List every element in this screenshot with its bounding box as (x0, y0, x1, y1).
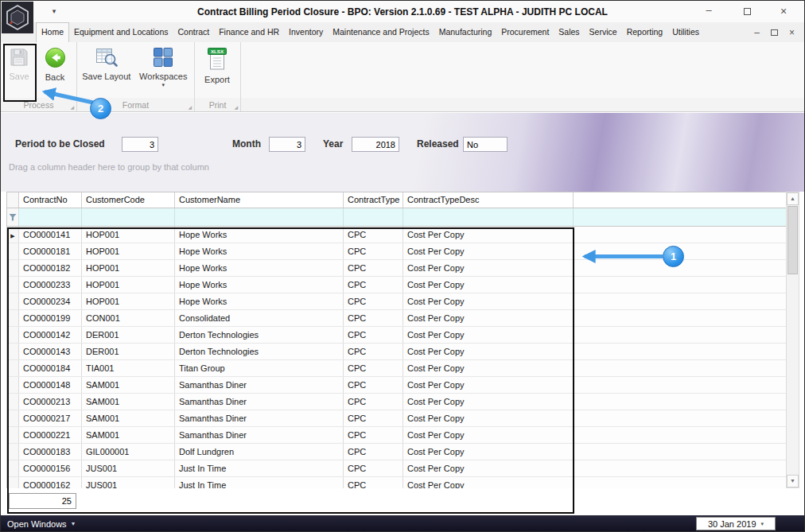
table-row[interactable]: CO0000181HOP001Hope WorksCPCCost Per Cop… (7, 243, 786, 260)
cell-contractno[interactable]: CO0000143 (19, 344, 82, 359)
column-header-customercode[interactable]: CustomerCode (82, 192, 175, 208)
cell-contractno[interactable]: CO0000182 (19, 260, 82, 276)
save-button[interactable]: Save (2, 44, 36, 96)
cell-customercode[interactable]: HOP001 (82, 277, 175, 293)
open-windows-dropdown[interactable]: Open Windows ▼ (1, 519, 76, 529)
table-row[interactable]: ▶ CO0000141HOP001Hope WorksCPCCost Per C… (7, 227, 786, 243)
column-header-contractno[interactable]: ContractNo (19, 192, 82, 208)
cell-contracttypedesc[interactable]: Cost Per Copy (403, 377, 574, 393)
cell-contracttypedesc[interactable]: Cost Per Copy (403, 444, 574, 460)
cell-customername[interactable]: Just In Time (175, 477, 344, 488)
cell-customername[interactable]: Samanthas Diner (175, 394, 344, 410)
cell-customercode[interactable]: SAM001 (82, 377, 175, 393)
filter-cell-customername[interactable] (175, 208, 344, 226)
cell-contracttype[interactable]: CPC (344, 394, 403, 410)
cell-customercode[interactable]: CON001 (82, 310, 175, 326)
cell-contractno[interactable]: CO0000162 (19, 477, 82, 488)
cell-contracttype[interactable]: CPC (344, 260, 403, 276)
tab-sales[interactable]: Sales (554, 22, 584, 42)
filter-cell-contractno[interactable] (19, 208, 82, 226)
cell-customercode[interactable]: SAM001 (82, 427, 175, 443)
cell-customercode[interactable]: HOP001 (82, 227, 175, 243)
cell-customercode[interactable]: GIL000001 (82, 444, 175, 460)
cell-customername[interactable]: Titan Group (175, 360, 344, 376)
table-row[interactable]: CO0000148SAM001Samanthas DinerCPCCost Pe… (7, 377, 786, 394)
cell-contracttype[interactable]: CPC (344, 344, 403, 359)
tab-inventory[interactable]: Inventory (284, 22, 328, 42)
cell-contractno[interactable]: CO0000142 (19, 327, 82, 343)
cell-customercode[interactable]: JUS001 (82, 477, 175, 488)
filter-cell-contracttypedesc[interactable] (403, 208, 574, 226)
table-row[interactable]: CO0000184TIA001Titan GroupCPCCost Per Co… (7, 360, 786, 377)
cell-contracttypedesc[interactable]: Cost Per Copy (403, 410, 574, 426)
table-row[interactable]: CO0000221SAM001Samanthas DinerCPCCost Pe… (7, 427, 786, 444)
mdi-restore-button[interactable] (771, 27, 778, 38)
cell-contractno[interactable]: CO0000233 (19, 277, 82, 293)
tab-equipment-and-locations[interactable]: Equipment and Locations (69, 22, 173, 42)
cell-customername[interactable]: Derton Technologies (175, 344, 344, 359)
mdi-minimize-button[interactable]: – (754, 27, 760, 38)
cell-contracttypedesc[interactable]: Cost Per Copy (403, 427, 574, 443)
cell-customername[interactable]: Hope Works (175, 260, 344, 276)
tab-maintenance-and-projects[interactable]: Maintenance and Projects (328, 22, 434, 42)
groupby-dropzone[interactable]: Drag a column header here to group by th… (9, 162, 796, 172)
cell-customercode[interactable]: DER001 (82, 344, 175, 359)
cell-contractno[interactable]: CO0000141 (19, 227, 82, 243)
cell-contracttype[interactable]: CPC (344, 243, 403, 259)
cell-contracttypedesc[interactable]: Cost Per Copy (403, 260, 574, 276)
cell-contracttypedesc[interactable]: Cost Per Copy (403, 227, 574, 243)
cell-contracttypedesc[interactable]: Cost Per Copy (403, 277, 574, 293)
column-header-customername[interactable]: CustomerName (175, 192, 344, 208)
table-row[interactable]: CO0000162JUS001Just In TimeCPCCost Per C… (7, 477, 786, 488)
cell-customername[interactable]: Just In Time (175, 460, 344, 476)
table-row[interactable]: CO0000233HOP001Hope WorksCPCCost Per Cop… (7, 277, 786, 293)
cell-customercode[interactable]: HOP001 (82, 260, 175, 276)
cell-contracttype[interactable]: CPC (344, 293, 403, 309)
tab-home[interactable]: Home (36, 22, 69, 42)
table-row[interactable]: CO0000183GIL000001Dolf LundgrenCPCCost P… (7, 444, 786, 460)
scroll-up-button[interactable]: ▲ (787, 192, 799, 205)
cell-contracttype[interactable]: CPC (344, 310, 403, 326)
year-field[interactable] (352, 137, 399, 152)
tab-service[interactable]: Service (585, 22, 622, 42)
workspaces-button[interactable]: Workspaces ▾ (134, 44, 192, 96)
close-button[interactable]: × (776, 6, 791, 18)
tab-finance-and-hr[interactable]: Finance and HR (214, 22, 284, 42)
cell-customername[interactable]: Hope Works (175, 277, 344, 293)
minimize-button[interactable]: – (701, 6, 717, 18)
cell-customercode[interactable]: HOP001 (82, 243, 175, 259)
cell-customercode[interactable]: TIA001 (82, 360, 175, 376)
cell-customername[interactable]: Samanthas Diner (175, 410, 344, 426)
table-row[interactable]: CO0000234HOP001Hope WorksCPCCost Per Cop… (7, 293, 786, 310)
cell-contractno[interactable]: CO0000184 (19, 360, 82, 376)
cell-contracttype[interactable]: CPC (344, 227, 403, 243)
cell-contracttypedesc[interactable]: Cost Per Copy (403, 477, 574, 488)
tab-utilities[interactable]: Utilities (667, 22, 704, 42)
cell-contracttype[interactable]: CPC (344, 277, 403, 293)
column-header-contracttypedesc[interactable]: ContractTypeDesc (403, 192, 574, 208)
cell-contracttypedesc[interactable]: Cost Per Copy (403, 394, 574, 410)
cell-contracttype[interactable]: CPC (344, 460, 403, 476)
table-row[interactable]: CO0000199CON001ConsolidatedCPCCost Per C… (7, 310, 786, 327)
back-button[interactable]: Back (36, 44, 74, 96)
tab-manufacturing[interactable]: Manufacturing (434, 22, 497, 42)
period-to-be-closed-field[interactable] (122, 137, 158, 152)
cell-contracttype[interactable]: CPC (344, 444, 403, 460)
cell-customercode[interactable]: HOP001 (82, 293, 175, 309)
mdi-close-button[interactable]: × (789, 27, 795, 38)
cell-customername[interactable]: Hope Works (175, 293, 344, 309)
cell-contracttypedesc[interactable]: Cost Per Copy (403, 344, 574, 359)
cell-contractno[interactable]: CO0000148 (19, 377, 82, 393)
cell-contractno[interactable]: CO0000199 (19, 310, 82, 326)
cell-customercode[interactable]: JUS001 (82, 460, 175, 476)
filter-cell-customercode[interactable] (82, 208, 175, 226)
released-field[interactable] (463, 137, 508, 152)
tab-contract[interactable]: Contract (173, 22, 215, 42)
cell-contracttype[interactable]: CPC (344, 327, 403, 343)
cell-contracttypedesc[interactable]: Cost Per Copy (403, 460, 574, 476)
table-row[interactable]: CO0000142DER001Derton TechnologiesCPCCos… (7, 327, 786, 344)
cell-contractno[interactable]: CO0000234 (19, 293, 82, 309)
table-row[interactable]: CO0000182HOP001Hope WorksCPCCost Per Cop… (7, 260, 786, 277)
table-row[interactable]: CO0000143DER001Derton TechnologiesCPCCos… (7, 344, 786, 360)
cell-customername[interactable]: Dolf Lundgren (175, 444, 344, 460)
